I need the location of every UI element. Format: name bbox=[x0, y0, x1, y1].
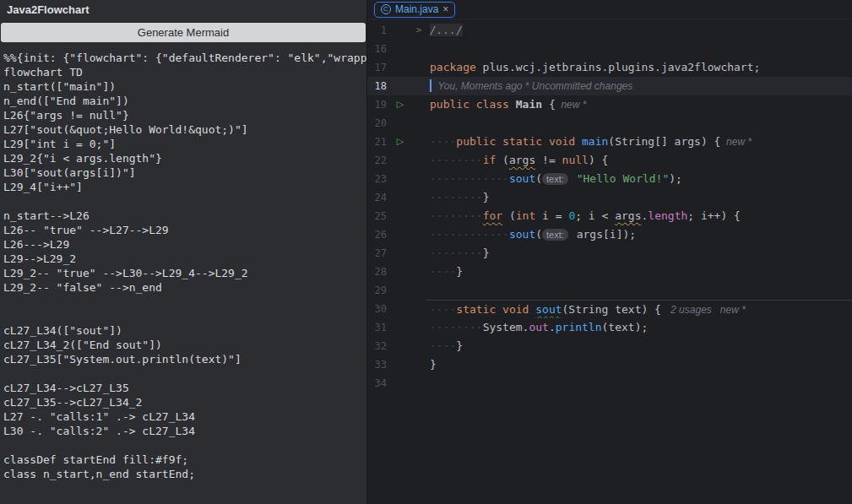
code-text: ········} bbox=[426, 188, 852, 207]
code-line: 33} bbox=[367, 355, 852, 374]
token: length bbox=[648, 209, 687, 222]
token: sout bbox=[535, 303, 562, 316]
token: } bbox=[483, 191, 490, 203]
code-line: 21▷····public static void main(String[] … bbox=[367, 133, 852, 151]
inlay-hint: You, Moments ago * Uncommitted changes bbox=[432, 80, 632, 92]
gutter-space bbox=[389, 355, 411, 374]
token: } bbox=[483, 247, 490, 259]
token: null bbox=[562, 154, 589, 166]
code-text: public class Main { new * bbox=[426, 95, 852, 114]
fold-gutter bbox=[411, 170, 426, 188]
code-line: 31········System.out.println(text); bbox=[367, 318, 852, 337]
gutter-space bbox=[389, 77, 411, 95]
token: println bbox=[556, 321, 602, 333]
fold-gutter bbox=[411, 40, 426, 58]
code-line: 25········for (int i = 0; i < args.lengt… bbox=[367, 207, 852, 225]
token: ···· bbox=[430, 265, 456, 278]
gutter-space bbox=[389, 114, 411, 133]
parameter-hint: text: bbox=[542, 229, 568, 241]
code-line: 22········if (args != null) { bbox=[367, 151, 852, 170]
token: Main bbox=[516, 98, 542, 111]
token: sout bbox=[509, 172, 535, 185]
fold-gutter bbox=[411, 355, 426, 374]
fold-gutter bbox=[411, 188, 426, 207]
code-line: 23············sout(text: "Hello World!")… bbox=[367, 170, 852, 188]
close-icon[interactable]: × bbox=[442, 4, 448, 14]
code-line: 29 bbox=[367, 281, 852, 300]
line-number: 21 bbox=[367, 133, 389, 151]
token: ········ bbox=[430, 209, 483, 222]
code-line: 19▷public class Main { new * bbox=[367, 95, 852, 114]
fold-gutter bbox=[411, 207, 426, 225]
token: args bbox=[615, 209, 641, 222]
token: ········ bbox=[430, 191, 483, 203]
line-number: 34 bbox=[367, 374, 389, 393]
code-line: 1>/.../ bbox=[367, 21, 852, 40]
token: . bbox=[549, 321, 556, 333]
code-line: 17package plus.wcj.jetbrains.plugins.jav… bbox=[367, 58, 852, 77]
code-line: 28····} bbox=[367, 263, 852, 281]
token: (String[] args) { bbox=[608, 135, 720, 148]
token: args[i]); bbox=[570, 228, 636, 241]
line-number: 32 bbox=[367, 337, 389, 355]
code-text: ········for (int i = 0; i < args.length;… bbox=[426, 207, 852, 225]
line-number: 20 bbox=[367, 114, 389, 133]
token: args bbox=[509, 154, 535, 166]
code-text: ········} bbox=[426, 244, 852, 263]
code-editor[interactable]: 1>/.../1617package plus.wcj.jetbrains.pl… bbox=[367, 19, 852, 504]
fold-gutter bbox=[411, 318, 426, 337]
code-text: ····static void sout(String text) { 2 us… bbox=[426, 300, 852, 318]
line-number: 26 bbox=[367, 225, 389, 244]
inlay-hint: 2 usages new * bbox=[668, 304, 746, 316]
text-caret bbox=[430, 79, 431, 92]
code-text: package plus.wcj.jetbrains.plugins.java2… bbox=[426, 58, 852, 77]
token: ············ bbox=[430, 172, 509, 185]
parameter-hint: text: bbox=[542, 173, 568, 185]
gutter-space bbox=[389, 21, 411, 40]
token: ········ bbox=[430, 247, 483, 259]
token: public static void bbox=[456, 135, 582, 148]
code-line: 20 bbox=[367, 114, 852, 133]
token: int bbox=[516, 209, 535, 222]
fold-gutter bbox=[411, 114, 426, 133]
code-text: ····} bbox=[426, 337, 852, 355]
gutter-space bbox=[389, 58, 411, 77]
code-text bbox=[426, 374, 852, 393]
java-class-icon: C bbox=[381, 4, 391, 14]
line-number: 27 bbox=[367, 244, 389, 263]
fold-gutter bbox=[411, 337, 426, 355]
run-icon[interactable]: ▷ bbox=[389, 95, 411, 114]
token: ········ bbox=[430, 321, 483, 333]
token: (String text) { bbox=[562, 303, 668, 316]
token: ( bbox=[535, 172, 542, 185]
token: package bbox=[430, 61, 476, 73]
code-line: 30····static void sout(String text) { 2 … bbox=[367, 300, 852, 318]
token: i = bbox=[535, 209, 568, 222]
gutter-space bbox=[389, 263, 411, 281]
run-icon[interactable]: ▷ bbox=[389, 133, 411, 151]
gutter-space bbox=[389, 207, 411, 225]
gutter-space bbox=[389, 151, 411, 170]
token: ; i++) { bbox=[687, 209, 741, 222]
token bbox=[570, 172, 577, 185]
fold-chevron-icon[interactable]: > bbox=[411, 21, 426, 40]
gutter-space bbox=[389, 337, 411, 355]
token: ···· bbox=[430, 303, 456, 316]
tab-main-java[interactable]: C Main.java × bbox=[374, 2, 455, 18]
line-number: 16 bbox=[367, 40, 389, 58]
line-number: 22 bbox=[367, 151, 389, 170]
line-number: 29 bbox=[367, 281, 389, 300]
mermaid-source-editor[interactable]: %%{init: {"flowchart": {"defaultRenderer… bbox=[0, 44, 366, 504]
line-number: 30 bbox=[367, 300, 389, 318]
fold-gutter bbox=[411, 133, 426, 151]
code-text: ········System.out.println(text); bbox=[426, 318, 852, 337]
token: ( bbox=[496, 154, 509, 166]
gutter-space bbox=[389, 170, 411, 188]
code-line: 24········} bbox=[367, 188, 852, 207]
code-text bbox=[426, 40, 852, 58]
generate-mermaid-button[interactable]: Generate Mermaid bbox=[1, 23, 366, 42]
code-text: } bbox=[426, 355, 852, 374]
code-line: 27········} bbox=[367, 244, 852, 263]
code-text: You, Moments ago * Uncommitted changes bbox=[426, 77, 852, 95]
token: } bbox=[430, 358, 437, 371]
